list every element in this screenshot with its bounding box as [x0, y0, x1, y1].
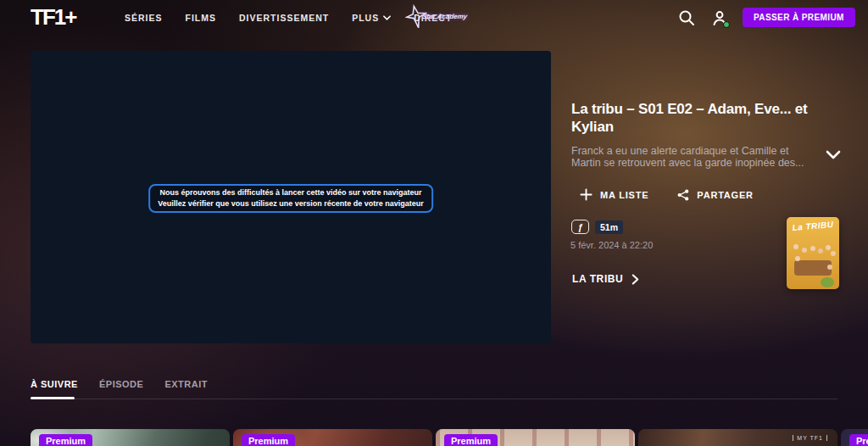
video-thumbnail[interactable]: MY TF1 — [638, 429, 837, 446]
plus-icon — [580, 188, 593, 201]
primary-nav: SÉRIES FILMS DIVERTISSEMENT PLUS DIRECT — [125, 0, 452, 36]
video-thumbnail[interactable]: Premium — [841, 429, 868, 446]
share-button[interactable]: PARTAGER — [677, 188, 754, 201]
star-academy-link[interactable]: Star Academy — [405, 4, 467, 30]
tab-a-suivre[interactable]: À SUIVRE — [31, 379, 78, 389]
content-tabs: À SUIVRE ÉPISODE EXTRAIT — [31, 379, 208, 389]
video-thumbnail[interactable]: Premium — [31, 429, 230, 446]
mytf1-watermark: MY TF1 — [793, 435, 827, 441]
poster-title: La TRIBU — [787, 219, 839, 232]
nav-item-label: SÉRIES — [125, 13, 163, 23]
premium-upgrade-button[interactable]: PASSER À PREMIUM — [743, 8, 855, 27]
episode-meta: ƒ 51m — [571, 220, 623, 234]
my-list-label: MA LISTE — [600, 190, 648, 200]
player-error-message: Nous éprouvons des difficultés à lancer … — [148, 184, 433, 213]
tab-episode[interactable]: ÉPISODE — [99, 379, 143, 389]
episode-actions: MA LISTE PARTAGER — [580, 188, 754, 201]
top-nav: TF1+ SÉRIES FILMS DIVERTISSEMENT PLUS DI… — [0, 0, 868, 36]
rating-icon: ƒ — [571, 220, 589, 234]
video-player[interactable]: Nous éprouvons des difficultés à lancer … — [31, 51, 551, 343]
premium-badge: Premium — [849, 434, 868, 446]
tabs-divider — [31, 399, 837, 399]
nav-item-label: PLUS — [352, 13, 379, 23]
nav-item-label: FILMS — [186, 13, 217, 23]
poster-people-art — [793, 244, 798, 249]
premium-badge: Premium — [444, 434, 498, 446]
nav-item-series[interactable]: SÉRIES — [125, 13, 163, 23]
episode-description: Franck a eu une alerte cardiaque et Cami… — [571, 146, 819, 169]
show-link-label: LA TRIBU — [572, 273, 623, 285]
video-thumbnail[interactable]: Premium — [233, 429, 432, 446]
nav-item-divertissement[interactable]: DIVERTISSEMENT — [239, 13, 329, 23]
premium-badge: Premium — [242, 434, 295, 446]
show-poster[interactable]: La TRIBU — [787, 217, 839, 289]
share-label: PARTAGER — [697, 190, 754, 200]
poster-pouf-art — [821, 277, 834, 287]
nav-item-films[interactable]: FILMS — [186, 13, 217, 23]
duration-badge: 51m — [595, 220, 623, 234]
broadcast-date: 5 févr. 2024 à 22:20 — [570, 240, 653, 250]
star-academy-label: Star Academy — [421, 14, 467, 20]
poster-couch-art — [794, 260, 832, 276]
search-icon[interactable] — [677, 8, 696, 27]
profile-icon[interactable] — [710, 8, 729, 27]
premium-badge: Premium — [39, 434, 92, 446]
active-tab-underline — [31, 397, 75, 399]
show-page-link[interactable]: LA TRIBU — [572, 273, 639, 285]
my-list-button[interactable]: MA LISTE — [580, 188, 648, 201]
expand-description-chevron-down-icon[interactable] — [826, 150, 841, 165]
episode-title: La tribu – S01 E02 – Adam, Eve... et Kyl… — [571, 100, 843, 136]
share-icon — [677, 189, 689, 201]
chevron-down-icon — [383, 15, 391, 20]
tf1plus-page: TF1+ SÉRIES FILMS DIVERTISSEMENT PLUS DI… — [0, 0, 868, 446]
nav-item-plus-menu[interactable]: PLUS — [352, 13, 391, 23]
nav-item-label: DIVERTISSEMENT — [239, 13, 329, 23]
chevron-right-icon — [632, 274, 639, 285]
online-status-dot — [723, 21, 730, 28]
tab-extrait[interactable]: EXTRAIT — [164, 379, 208, 389]
video-thumbnail[interactable]: Premium — [436, 429, 635, 446]
tf1plus-logo[interactable]: TF1+ — [31, 4, 75, 31]
